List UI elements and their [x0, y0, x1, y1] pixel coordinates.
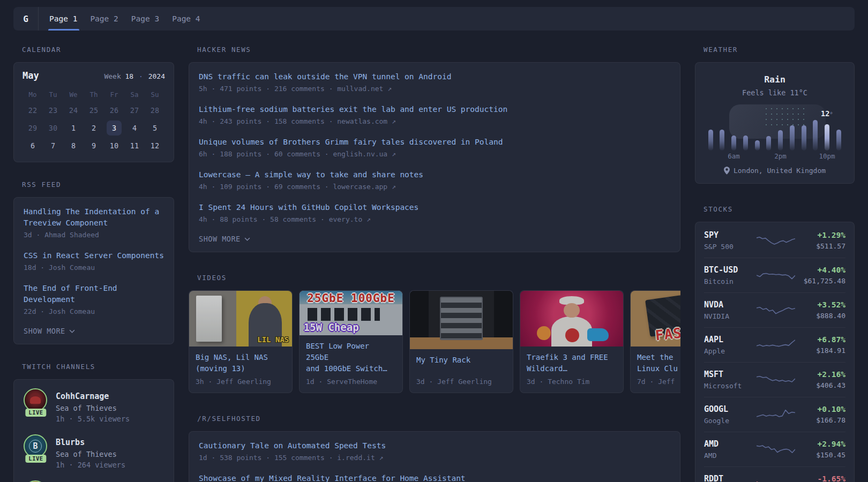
- nav-tab[interactable]: Page 2: [90, 7, 118, 31]
- weather-bar: [720, 130, 724, 150]
- calendar-day: 23: [49, 106, 57, 115]
- rss-list: Handling The Indentation of a Treeview C…: [24, 206, 164, 315]
- calendar-day-header: Su: [151, 91, 159, 99]
- nav-tab[interactable]: Page 3: [131, 7, 159, 31]
- left-column: CALENDAR May Week 18 · 2024 Mo: [13, 46, 174, 482]
- stock-row[interactable]: MSFT Microsoft +2.16% $406.43: [704, 362, 845, 397]
- stock-row[interactable]: RDDT -1.65%: [704, 466, 845, 482]
- calendar-title: CALENDAR: [22, 46, 174, 54]
- rss-section: RSS FEED Handling The Indentation of a T…: [13, 180, 174, 344]
- chevron-down-icon: [69, 329, 75, 333]
- stock-sparkline: [755, 268, 796, 282]
- hackernews-item-link[interactable]: Unique volumes of Brothers Grimm fairy t…: [199, 137, 670, 148]
- video-meta: 3d · Techno Tim: [520, 374, 623, 393]
- rss-item-link[interactable]: The End of Front-End Development: [24, 283, 164, 305]
- video-card[interactable]: 25GbE 100GbE 15W Cheap BEST Low Power 25…: [299, 290, 403, 393]
- twitch-channel-name: Blurbs: [56, 438, 125, 447]
- stock-company: AMD: [704, 451, 755, 460]
- weather-bar: [731, 135, 736, 150]
- reddit-card: Cautionary Tale on Automated Speed Tests…: [189, 431, 680, 482]
- twitch-channel-row[interactable]: B LIVE Blurbs Sea of Thieves 1h · 264 vi…: [24, 434, 164, 469]
- weather-bar: [743, 135, 748, 150]
- stock-change: +1.29%: [796, 231, 845, 239]
- hackernews-item-link[interactable]: Lowercase – A simple way to take and sha…: [199, 169, 670, 180]
- weather-bar: [766, 136, 771, 150]
- stock-price: $406.43: [796, 381, 845, 389]
- stock-company: Google: [704, 417, 755, 425]
- rss-card: Handling The Indentation of a Treeview C…: [13, 197, 174, 344]
- twitch-channel-game: Sea of Thieves: [56, 450, 125, 458]
- stock-row[interactable]: AMD AMD +2.94% $150.45: [704, 432, 845, 466]
- video-meta: 7d · Jeff: [631, 374, 680, 393]
- stock-ticker: MSFT: [704, 370, 755, 379]
- calendar-day: 22: [28, 106, 37, 115]
- live-badge: LIVE: [25, 455, 46, 463]
- hackernews-item: Unique volumes of Brothers Grimm fairy t…: [199, 137, 670, 158]
- calendar-day: 29: [28, 124, 37, 132]
- video-card[interactable]: FAS Meet the Linux Clu 7d · Jeff: [630, 290, 680, 393]
- nav-tab[interactable]: Page 4: [172, 7, 200, 31]
- weather-time-label: [766, 152, 771, 160]
- twitch-channel-name: CohhCarnage: [56, 391, 130, 401]
- page-tabs: Page 1 Page 2 Page 3 Page 4: [39, 7, 200, 31]
- calendar-day-header: Mo: [28, 91, 36, 99]
- twitch-title: TWITCH CHANNELS: [22, 363, 174, 371]
- nav-tab[interactable]: Page 1: [49, 7, 77, 31]
- weather-bar: [813, 120, 818, 150]
- stock-ticker: AAPL: [704, 335, 755, 344]
- stock-row[interactable]: SPY S&P 500 +1.29% $511.57: [704, 223, 845, 258]
- weather-bar: [825, 124, 829, 150]
- weather-time-labels: 6am2pm10pm: [708, 152, 841, 160]
- weather-bar: [778, 130, 783, 150]
- calendar-day: 26: [110, 106, 118, 115]
- hackernews-item-link[interactable]: Lithium-free sodium batteries exit the l…: [199, 104, 670, 115]
- calendar-month: May: [23, 70, 39, 81]
- videos-title: VIDEOS: [197, 274, 680, 282]
- stock-price: $150.45: [796, 451, 845, 459]
- rss-show-more-button[interactable]: SHOW MORE: [24, 327, 164, 336]
- stock-sparkline: [755, 442, 796, 456]
- video-title: My Tiny Rack: [410, 349, 513, 374]
- weather-time-label: [720, 152, 724, 160]
- stock-change: +2.16%: [796, 370, 845, 379]
- stock-row[interactable]: GOOGL Google +0.10% $166.78: [704, 397, 845, 432]
- video-card[interactable]: My Tiny Rack 3d · Jeff Geerling: [409, 290, 513, 393]
- reddit-item-meta: 1d · 538 points · 155 comments · i.redd.…: [199, 454, 670, 462]
- weather-bar: [836, 130, 841, 150]
- stock-row[interactable]: BTC-USD Bitcoin +4.40% $61,725.48: [704, 258, 845, 292]
- calendar-section: CALENDAR May Week 18 · 2024 Mo: [13, 46, 174, 162]
- stock-row[interactable]: AAPL Apple +6.87% $184.91: [704, 327, 845, 362]
- hackernews-show-more-button[interactable]: SHOW MORE: [199, 235, 670, 244]
- video-thumbnail: LIL NAS: [189, 291, 292, 347]
- rss-item-link[interactable]: Handling The Indentation of a Treeview C…: [24, 206, 164, 229]
- calendar-day: 1: [71, 124, 76, 132]
- twitch-channel-row[interactable]: LIVE CohhCarnage Sea of Thieves 1h · 5.5…: [24, 388, 164, 423]
- reddit-item-link[interactable]: Showcase of my Mixed Reality Interface f…: [199, 473, 670, 482]
- weather-time-label: [836, 152, 841, 160]
- calendar-day-header: Fr: [110, 91, 118, 99]
- video-thumbnail: [410, 291, 513, 349]
- video-card[interactable]: Traefik 3 and FREE Wildcard… 3d · Techno…: [520, 290, 624, 393]
- stock-row[interactable]: NVDA NVIDIA +3.52% $888.40: [704, 292, 845, 327]
- video-title: Meet the Linux Clu: [631, 347, 680, 374]
- nav-tab-label: Page 4: [172, 14, 200, 23]
- hackernews-item-link[interactable]: I Spent 24 Hours with GitHub Copilot Wor…: [199, 202, 670, 213]
- stocks-title: STOCKS: [704, 205, 855, 213]
- stock-sparkline: [755, 408, 796, 421]
- weather-section: WEATHER Rain Feels like 11°C 12°: [695, 46, 855, 184]
- nav-tab-label: Page 3: [131, 14, 159, 23]
- video-title: Big NAS, Lil NAS (moving 13): [189, 347, 292, 374]
- video-card[interactable]: LIL NAS Big NAS, Lil NAS (moving 13) 3h …: [189, 290, 293, 393]
- hackernews-item-link[interactable]: DNS traffic can leak outside the VPN tun…: [199, 71, 670, 82]
- app-logo[interactable]: G: [13, 7, 39, 31]
- reddit-item-link[interactable]: Cautionary Tale on Automated Speed Tests: [199, 440, 670, 451]
- hackernews-item-meta: 4h · 109 points · 69 comments · lowercas…: [199, 183, 670, 191]
- hackernews-item: Lithium-free sodium batteries exit the l…: [199, 104, 670, 125]
- rss-item: Handling The Indentation of a Treeview C…: [24, 206, 164, 239]
- rss-item-link[interactable]: CSS in React Server Components: [24, 250, 164, 261]
- hackernews-item: I Spent 24 Hours with GitHub Copilot Wor…: [199, 202, 670, 223]
- stock-price: $184.91: [796, 347, 845, 355]
- calendar-days-grid: 22 23 24 25 26 27 28: [23, 101, 165, 154]
- stock-company: Apple: [704, 347, 755, 355]
- calendar-day: 25: [89, 106, 98, 115]
